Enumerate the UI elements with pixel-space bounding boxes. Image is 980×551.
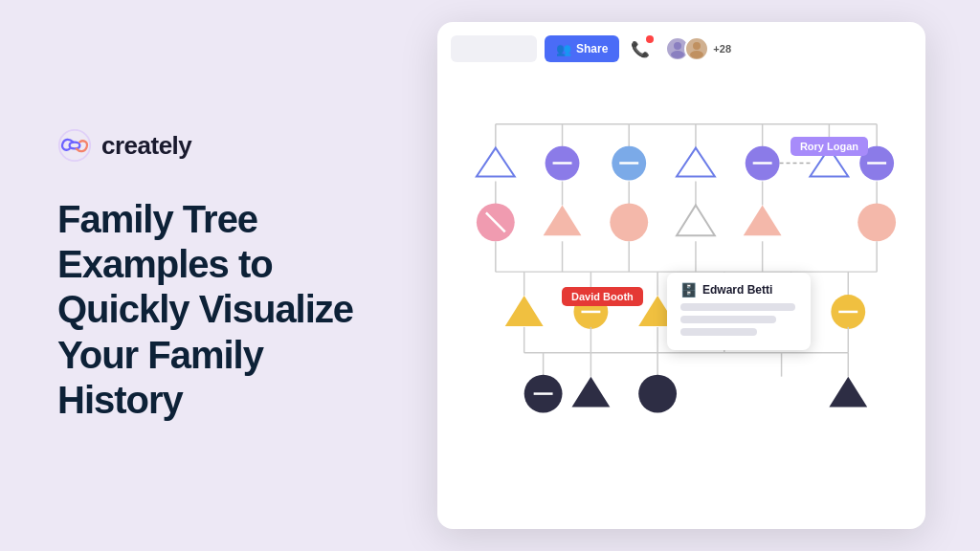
phone-button[interactable]: 📞: [627, 35, 654, 62]
page-headline: Family Tree Examples to Quickly Visualiz…: [57, 197, 354, 423]
logo-text: creately: [101, 131, 191, 161]
tooltip-david-label: David Booth: [571, 291, 634, 302]
node-gold-1: [505, 296, 544, 326]
edward-detail-lines: [680, 303, 797, 336]
right-panel: 👥 Share 📞 +28: [402, 0, 980, 551]
node-mid-3: [610, 203, 648, 241]
diagram-container: 👥 Share 📞 +28: [437, 22, 925, 529]
toolbar: 👥 Share 📞 +28: [451, 35, 912, 62]
edward-line-3: [680, 328, 757, 336]
node-top-4: [677, 148, 715, 177]
edward-line-2: [680, 316, 776, 323]
share-icon: 👥: [556, 42, 571, 56]
avatar-2: [684, 36, 709, 61]
node-dark-4: [829, 377, 867, 408]
share-button[interactable]: 👥 Share: [545, 35, 619, 62]
tooltip-david: David Booth: [562, 287, 643, 306]
node-mid-5: [744, 205, 782, 235]
tooltip-edward-name: 🗄️ Edward Betti: [680, 282, 797, 298]
avatar-count: +28: [713, 43, 731, 55]
creately-logo-icon: [57, 128, 92, 163]
svg-point-3: [693, 42, 701, 50]
tooltip-edward: 🗄️ Edward Betti: [667, 273, 811, 350]
database-icon: 🗄️: [680, 282, 697, 298]
node-dark-2: [571, 377, 610, 408]
edward-line-1: [680, 303, 795, 311]
tooltip-rory-label: Rory Logan: [800, 141, 858, 152]
svg-point-4: [690, 51, 703, 58]
share-label: Share: [576, 42, 608, 55]
phone-notification-dot: [646, 35, 654, 43]
node-dark-3: [638, 375, 677, 413]
svg-point-1: [674, 42, 681, 50]
node-mid-2: [544, 205, 582, 235]
node-top-1: [477, 148, 515, 177]
svg-point-0: [59, 130, 90, 161]
node-mid-4: [677, 205, 715, 235]
toolbar-search-bar: [451, 35, 537, 62]
avatars-group: +28: [665, 36, 731, 61]
node-mid-6: [858, 203, 896, 241]
logo: creately: [57, 128, 354, 163]
svg-point-2: [671, 51, 684, 58]
tooltip-rory: Rory Logan: [791, 137, 868, 156]
left-panel: creately Family Tree Examples to Quickly…: [0, 80, 402, 471]
